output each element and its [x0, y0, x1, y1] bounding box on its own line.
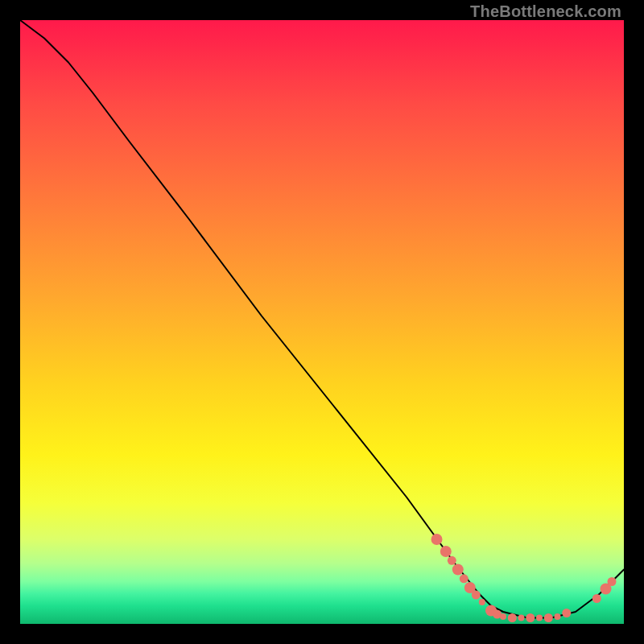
data-point: [472, 591, 481, 600]
data-point: [460, 574, 469, 583]
data-point: [479, 599, 485, 605]
data-point: [440, 546, 452, 557]
data-point: [592, 594, 601, 603]
bottleneck-curve: [20, 20, 624, 618]
marker-layer: [431, 534, 617, 622]
data-point: [608, 577, 617, 586]
data-point: [452, 564, 464, 576]
watermark-text: TheBottleneck.com: [470, 3, 621, 19]
plot-background: [20, 20, 624, 624]
data-point: [562, 609, 571, 617]
data-point: [448, 556, 456, 565]
chart-svg: [20, 20, 624, 624]
data-point: [536, 615, 543, 621]
data-point: [508, 613, 517, 622]
data-point: [500, 613, 506, 620]
data-point: [555, 613, 561, 620]
data-point: [518, 615, 525, 621]
data-point: [526, 613, 535, 622]
chart-stage: TheBottleneck.com: [0, 0, 644, 644]
data-point: [431, 534, 443, 545]
data-point: [544, 613, 553, 622]
